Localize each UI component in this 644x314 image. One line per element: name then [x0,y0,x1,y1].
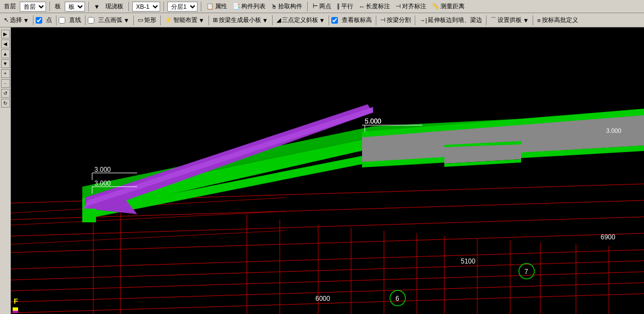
divider5 [201,2,201,12]
component-type-label: 板 [53,2,63,11]
point-tool[interactable]: 点 [44,15,54,25]
length-annotation-btn[interactable]: ↔ 长度标注 [357,2,392,11]
sidebar-btn-4[interactable]: ▼ [1,59,10,68]
smart-layout-icon: ⚡ [165,16,172,24]
svg-marker-38 [82,209,96,222]
smart-layout-btn[interactable]: ⚡ 智能布置 ▼ [163,15,206,25]
set-arch-btn[interactable]: ⌒ 设置拱板 ▼ [489,15,530,25]
split-icon: ⊣ [380,16,386,24]
floor-select[interactable]: 首层 [20,2,46,12]
divider4 [163,2,164,12]
pick-icon: 🖱 [271,3,277,10]
sidebar-btn-7[interactable]: ↺ [1,89,10,98]
line-tool[interactable]: 直线 [67,15,83,25]
arc-dropdown-icon: ▼ [123,17,129,24]
svg-text:3.000: 3.000 [606,127,622,134]
main-viewport: 5.000 5.000 3.000 3.000 3.000 6900 5100 … [11,27,644,314]
arch-dropdown: ▼ [523,17,529,24]
sidebar-btn-1[interactable]: ▶ [1,30,10,38]
arc-checkbox[interactable] [88,17,94,24]
divider-t2-8 [329,15,329,25]
svg-text:7: 7 [524,268,528,276]
floor-select-label: 首层 [2,2,18,11]
beam-slab-dropdown: ▼ [262,17,268,24]
svg-text:5.000: 5.000 [365,117,381,125]
batch-icon: ≡ [537,17,540,24]
left-sidebar: ▶ ◀ ▲ ▼ + - ↺ ↻ [0,27,11,314]
divider1 [49,2,50,12]
split-by-beam-btn[interactable]: ⊣ 按梁分割 [379,15,413,25]
toolbar1: 首层 首层 板 板 ▼ 现浇板 XB-1 分层1 📋 属性 📑 构件列表 🖱 拾… [0,0,644,13]
extend-slab-btn[interactable]: →| 延伸板边到墙、梁边 [417,15,484,25]
svg-text:6000: 6000 [315,295,330,302]
svg-rect-57 [13,311,18,313]
beam-min-slab-btn[interactable]: ⊞ 按梁生成最小板 ▼ [211,15,270,25]
sidebar-btn-6[interactable]: - [1,79,10,88]
align-annotation-btn[interactable]: ⊣ 对齐标注 [394,2,428,11]
layer-select[interactable]: 分层1 [167,2,197,12]
line-checkbox[interactable] [59,17,65,24]
sidebar-btn-3[interactable]: ▲ [1,49,10,58]
divider-t2-6 [208,15,209,25]
smart-layout-dropdown: ▼ [199,17,205,24]
sidebar-btn-8[interactable]: ↻ [1,99,10,108]
component-list-btn[interactable]: 📑 构件列表 [231,2,267,11]
view-height-checkbox[interactable] [331,17,338,24]
parallel-icon: ∥ [337,3,340,10]
slope-dropdown: ▼ [319,17,325,24]
rect-tool[interactable]: ▭ 矩形 [136,15,158,25]
svg-text:5100: 5100 [461,257,476,265]
canvas-area[interactable]: 5.000 5.000 3.000 3.000 3.000 6900 5100 … [11,27,644,314]
measure-icon: 📏 [432,3,439,10]
divider3 [128,2,129,12]
list-icon: 📑 [233,3,240,10]
view-height-btn[interactable]: 查看板标高 [340,15,374,25]
three-point-slope-btn[interactable]: ◢ 三点定义斜板 ▼ [275,15,327,25]
slope-icon: ◢ [276,16,281,24]
rect-icon: ▭ [138,16,143,24]
xb-select[interactable]: XB-1 [132,2,160,12]
measure-distance-btn[interactable]: 📏 测量距离 [430,2,466,11]
properties-icon: 📋 [206,3,214,10]
divider-t2-10 [415,15,415,25]
svg-text:6900: 6900 [601,233,615,241]
height-batch-btn[interactable]: ≡ 按标高批定义 [535,15,579,25]
divider-t2-9 [376,15,376,25]
divider-t2-12 [533,15,533,25]
beam-slab-icon: ⊞ [213,16,218,24]
select-tool[interactable]: ↖ 选择 ▼ [2,15,31,25]
divider-t2-1 [33,15,33,25]
extend-icon: →| [419,17,427,24]
pick-component-btn[interactable]: 🖱 拾取构件 [269,2,304,11]
divider-t2-11 [486,15,487,25]
svg-text:3.000: 3.000 [94,166,111,173]
divider2 [88,2,89,12]
align-icon: ⊣ [396,3,401,10]
concrete-slab-label: ▼ [92,3,101,10]
arc-tool[interactable]: 三点画弧 ▼ [97,15,131,25]
two-point-icon: ⊢ [313,3,318,10]
svg-text:F: F [14,297,18,305]
select-dropdown-icon: ▼ [23,17,29,24]
svg-text:6: 6 [396,295,399,302]
divider-t2-4 [133,15,134,25]
point-checkbox[interactable] [36,17,42,24]
divider-t2-3 [85,15,86,25]
select-icon: ↖ [4,16,9,24]
sidebar-btn-2[interactable]: ◀ [1,40,10,48]
concrete-slab-value: 现浇板 [104,2,125,11]
divider-t2-2 [56,15,57,25]
parallel-btn[interactable]: ∥ 平行 [335,2,355,11]
length-icon: ↔ [359,3,365,10]
component-type-select[interactable]: 板 [65,2,85,12]
properties-btn[interactable]: 📋 属性 [205,2,229,11]
two-point-btn[interactable]: ⊢ 两点 [311,2,333,11]
svg-text:3.000: 3.000 [94,180,111,187]
sidebar-btn-5[interactable]: + [1,69,10,78]
divider-t2-5 [160,15,161,25]
toolbar2: ↖ 选择 ▼ 点 直线 三点画弧 ▼ ▭ 矩形 ⚡ 智能布置 ▼ ⊞ 按梁生成最… [0,13,644,27]
arch-icon: ⌒ [490,16,496,24]
divider-t2-7 [272,15,273,25]
divider6 [307,2,308,12]
